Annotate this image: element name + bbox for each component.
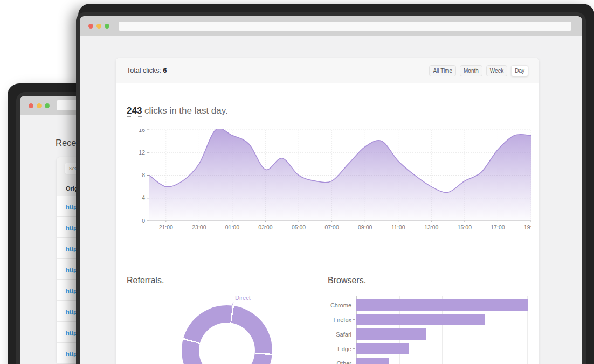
filter-button-week[interactable]: Week [486, 65, 507, 76]
bar-row-firefox: Firefox [328, 312, 528, 327]
donut-hole [199, 323, 255, 364]
svg-text:8: 8 [142, 172, 145, 178]
referrals-title: Referrals. [127, 275, 328, 285]
traffic-lights [88, 24, 109, 29]
foreground-browser-window: Total clicks: 6 All TimeMonthWeekDay 243… [80, 16, 582, 364]
svg-text:16: 16 [139, 129, 145, 133]
svg-text:4: 4 [142, 194, 145, 201]
clicks-headline: 243 clicks in the last day. [127, 106, 528, 116]
minimize-button[interactable] [96, 24, 101, 29]
bar-row-safari: Safari [328, 327, 528, 341]
filter-button-day[interactable]: Day [511, 65, 528, 76]
close-button[interactable] [88, 24, 93, 29]
svg-text:13:00: 13:00 [424, 224, 438, 230]
bar-track [356, 341, 528, 356]
bar-label: Safari [328, 331, 351, 338]
filter-button-all-time[interactable]: All Time [429, 65, 456, 76]
axis-tick [353, 363, 355, 363]
bar-label: Other [328, 360, 351, 364]
bar-fill [356, 358, 389, 364]
axis-tick [353, 319, 355, 320]
bar-track [356, 356, 528, 364]
total-clicks-text: Total clicks: [127, 67, 161, 74]
svg-text:15:00: 15:00 [458, 224, 472, 230]
axis-tick [353, 348, 355, 349]
bar-fill [356, 314, 485, 325]
bar-track [356, 298, 528, 312]
clicks-count: 243 [127, 106, 142, 117]
svg-text:23:00: 23:00 [192, 224, 206, 230]
zoom-button[interactable] [45, 103, 50, 108]
clicks-area-chart: 048121621:0023:0001:0003:0005:0007:0009:… [127, 129, 531, 236]
time-range-filters: All TimeMonthWeekDay [429, 65, 528, 76]
donut-label-line [231, 302, 234, 309]
bar-row-chrome: Chrome [328, 298, 528, 312]
svg-text:17:00: 17:00 [491, 224, 505, 230]
axis-tick [353, 334, 355, 334]
browser-toolbar [80, 16, 582, 36]
close-button[interactable] [29, 103, 33, 108]
bar-fill [356, 299, 528, 311]
bar-row-other: Other [328, 356, 528, 364]
stats-card-header: Total clicks: 6 All TimeMonthWeekDay [116, 58, 539, 83]
svg-text:11:00: 11:00 [391, 224, 405, 230]
bar-row-edge: Edge [328, 341, 528, 356]
svg-text:05:00: 05:00 [292, 224, 306, 230]
bar-fill [356, 343, 409, 354]
clicks-headline-text: clicks in the last day. [142, 106, 227, 116]
bar-track [356, 312, 528, 327]
traffic-lights [29, 103, 50, 108]
svg-text:03:00: 03:00 [258, 224, 272, 230]
filter-button-month[interactable]: Month [460, 65, 482, 76]
browsers-title: Browsers. [328, 275, 528, 285]
total-clicks-value: 6 [163, 67, 167, 75]
bar-track [356, 327, 528, 341]
axis-tick [353, 305, 355, 305]
minimize-button[interactable] [37, 103, 42, 108]
bar-fill [356, 328, 426, 340]
total-clicks-label: Total clicks: 6 [127, 67, 167, 74]
browsers-bar-chart: ChromeFirefoxSafariEdgeOther [328, 296, 528, 364]
donut-slice-label: Direct [235, 295, 251, 301]
bar-label: Chrome [328, 302, 351, 309]
svg-text:19:00: 19:00 [524, 224, 531, 230]
svg-text:07:00: 07:00 [324, 224, 339, 230]
svg-text:12: 12 [139, 149, 145, 156]
bar-label: Firefox [328, 317, 351, 323]
referrals-donut-chart: Direct [182, 305, 272, 364]
address-bar[interactable] [119, 22, 571, 31]
svg-text:01:00: 01:00 [225, 224, 239, 230]
svg-text:0: 0 [142, 218, 145, 224]
bar-label: Edge [328, 346, 351, 352]
svg-text:21:00: 21:00 [159, 224, 173, 230]
svg-text:09:00: 09:00 [358, 224, 372, 230]
stats-card: Total clicks: 6 All TimeMonthWeekDay 243… [116, 58, 539, 364]
zoom-button[interactable] [105, 24, 109, 29]
